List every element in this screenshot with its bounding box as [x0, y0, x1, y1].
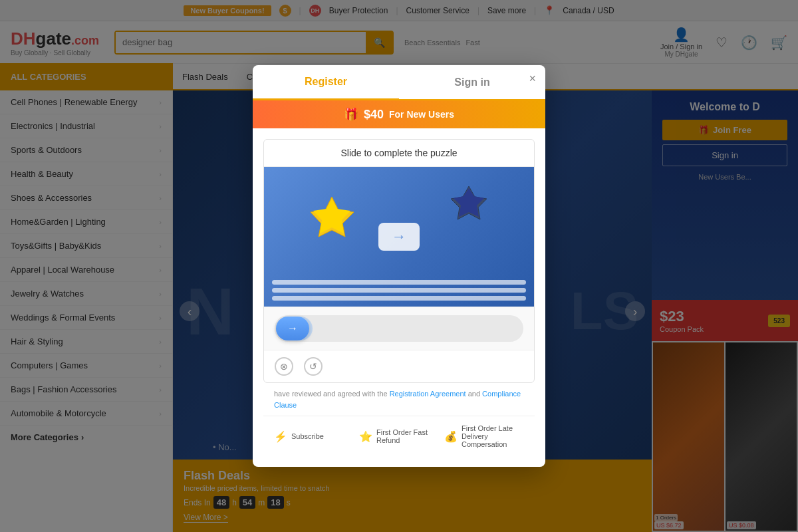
benefit-subscribe: ⚡ Subscribe	[274, 424, 354, 448]
signin-tab[interactable]: Sign in	[399, 65, 545, 99]
modal-overlay: × Register Sign in 🎁 $40 For New Users S…	[0, 0, 798, 532]
modal-promo-bar: 🎁 $40 For New Users	[253, 100, 545, 128]
registration-agreement-link[interactable]: Registration Agreement	[390, 390, 466, 398]
money-benefit-icon: 💰	[444, 430, 458, 443]
captcha-container: Slide to complete the puzzle	[263, 139, 535, 383]
agreement-and: and	[468, 390, 482, 398]
subscribe-icon: ⚡	[274, 430, 287, 443]
puzzle-arrow-area: →	[378, 223, 420, 251]
benefit-late-delivery: 💰 First Order Late Delivery Compersation	[444, 424, 524, 448]
modal-body: Slide to complete the puzzle	[253, 128, 545, 467]
benefit-subscribe-label: Subscribe	[291, 432, 324, 440]
benefits-bar: ⚡ Subscribe ⭐ First Order Fast Refund 💰 …	[263, 416, 535, 456]
slider-track[interactable]: →	[275, 315, 523, 342]
captcha-slider-area: →	[264, 307, 534, 350]
promo-for: For New Users	[389, 109, 454, 120]
benefit-late-delivery-label: First Order Late Delivery Compersation	[462, 424, 524, 448]
captcha-image: →	[264, 167, 534, 307]
refresh-captcha-button[interactable]: ↺	[304, 357, 323, 376]
star-benefit-icon: ⭐	[359, 430, 372, 443]
promo-gift-icon: 🎁	[344, 107, 358, 122]
promo-amount: $40	[364, 108, 384, 122]
slider-button[interactable]: →	[276, 317, 309, 340]
modal-close-button[interactable]: ×	[529, 72, 536, 86]
dark-star-icon	[451, 184, 487, 223]
benefit-fast-refund-label: First Order Fast Refund	[376, 428, 439, 444]
modal-tabs: Register Sign in	[253, 65, 545, 100]
register-tab[interactable]: Register	[253, 65, 399, 100]
cancel-captcha-button[interactable]: ⊗	[275, 357, 293, 376]
captcha-actions: ⊗ ↺	[264, 350, 534, 382]
register-modal: × Register Sign in 🎁 $40 For New Users S…	[253, 65, 545, 467]
agreement-prefix: have reviewed and agreed with the	[274, 390, 390, 398]
refresh-icon: ↺	[309, 361, 317, 372]
captcha-title: Slide to complete the puzzle	[264, 140, 534, 167]
benefit-fast-refund: ⭐ First Order Fast Refund	[359, 424, 439, 448]
agreement-text: have reviewed and agreed with the Regist…	[263, 383, 535, 416]
puzzle-bars	[264, 273, 534, 307]
cancel-icon: ⊗	[280, 361, 288, 372]
gold-star-icon	[311, 194, 354, 239]
